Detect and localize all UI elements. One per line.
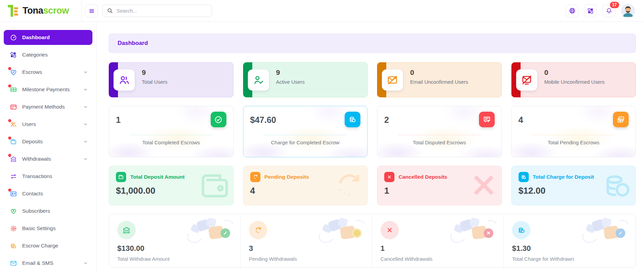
apps-button[interactable] [584,4,597,17]
divider [264,135,347,135]
chat-flash-icon [479,112,495,127]
sidebar: Dashboard Categories Escrows Milestone P… [0,22,96,274]
stat-label: Active Users [276,79,368,85]
sidebar-item-label: Payment Methods [22,104,78,110]
notification-dot [8,84,11,87]
stat-label: Total Disputed Escrows [384,140,495,145]
brand-logo[interactable]: Tonascrow [0,0,82,21]
stat-card-mobile-unconfirmed: 0 Mobile Unconfirmed Users [511,62,636,97]
sidebar-item-withdrawals[interactable]: Withdrawals [4,151,92,166]
sidebar-item-dashboard[interactable]: Dashboard [4,30,92,45]
sidebar-item-email-sms[interactable]: Email & SMS [4,256,92,271]
stat-card-total-charge-deposit: Total Charge for Deposit $12.00 [511,166,636,205]
stat-title: Total Charge for Deposit [533,174,594,180]
gear-icon [10,225,17,232]
stat-card-charge-completed-escrow: $47.60 Charge for Completed Escrow [243,106,368,157]
sidebar-item-basic-settings[interactable]: Basic Settings [4,221,92,236]
divider [130,135,213,135]
cards-stack-icon [613,112,629,127]
sidebar-item-contacts[interactable]: Contacts [4,186,92,201]
credit-card-icon [10,103,17,111]
stat-label: Charge for Completed Escrow [250,140,361,145]
stats-row-2: 1 Total Completed Escrows $47.60 Charge … [109,106,636,157]
stat-label: Cancelled Withdrawals [380,256,495,262]
coins-icon [512,221,530,239]
sidebar-item-subscribers[interactable]: Subscribers [4,204,92,219]
search-input[interactable] [117,8,208,14]
sidebar-item-label: Dashboard [22,34,88,41]
stat-value: $12.00 [519,186,629,196]
sidebar-item-escrow-charge[interactable]: Escrow Charge [4,238,92,253]
stat-card-cancelled-deposits: Cancelled Deposits 1 [377,166,502,205]
sidebar-item-transactions[interactable]: Transactions [4,169,92,184]
stat-label: Total Completed Escrows [116,140,226,145]
stat-value: 9 [142,68,233,77]
sidebar-item-deposits[interactable]: Deposits [4,134,92,149]
sidebar-item-label: Users [22,121,78,127]
email-slash-icon [382,69,403,91]
bank-icon [117,221,136,239]
stat-value: 4 [519,115,523,125]
user-check-icon [248,69,269,91]
stat-card-email-unconfirmed: 0 Email Unconfirmed Users [377,62,502,97]
divider [532,135,615,135]
stat-card-pending-deposits: Pending Deposits 4 [243,166,368,205]
sidebar-item-categories[interactable]: Categories [4,47,92,62]
menu-toggle-button[interactable] [85,4,98,17]
coins-icon [10,242,17,249]
id-card-icon [10,190,17,197]
sidebar-item-escrows[interactable]: Escrows [4,65,92,80]
stat-title: Cancelled Deposits [399,174,447,180]
chevron-down-icon [84,105,88,109]
hand-money-illustration [321,220,366,244]
apps-grid-icon [587,7,594,14]
sidebar-item-label: Transactions [22,173,88,179]
divider [398,135,481,135]
hand-money-illustration: ✓ [190,220,235,244]
refresh-icon [249,221,267,239]
stat-label: Total Charge for Withdrawn [512,256,627,262]
chevron-down-icon [84,122,88,126]
search-box [102,4,212,17]
coins-icon [345,112,360,127]
envelope-icon [10,259,17,267]
stats-row-1: 9 Total Users 9 Active Users [109,62,636,97]
stat-label: Mobile Unconfirmed Users [544,79,636,85]
search-icon [107,7,113,14]
stat-col-pending-withdrawals: 3 Pending Withdrawals [241,214,372,269]
sidebar-item-milestone-payments[interactable]: Milestone Payments [4,82,92,97]
stat-value: 1 [116,115,121,125]
stat-card-pending-escrows: 4 Total Pending Escrows [511,106,636,157]
notification-dot [8,154,11,157]
notification-dot [8,119,11,122]
chevron-down-icon [84,261,88,265]
banknote-icon [10,86,17,93]
stat-card-completed-escrows: 1 Total Completed Escrows [109,106,234,157]
users-icon [10,120,17,128]
sidebar-item-label: Categories [22,52,88,58]
avatar-image [621,4,635,18]
sidebar-item-label: Subscribers [22,208,88,214]
stat-label: Pending Withdrawals [249,256,364,262]
chevron-down-icon [84,70,88,74]
stat-card-total-deposit: Total Deposit Amount $1,000.00 [109,166,234,205]
sidebar-item-users[interactable]: Users [4,117,92,132]
language-button[interactable] [566,4,579,17]
notifications-button[interactable]: 17 [602,4,615,17]
message-slash-icon [516,69,537,91]
chevron-down-icon [84,140,88,144]
hand-money-illustration: ✕ [453,220,498,244]
sidebar-item-label: Email & SMS [22,260,78,266]
user-avatar[interactable] [621,4,635,18]
sidebar-item-payment-methods[interactable]: Payment Methods [4,99,92,114]
menu-icon [88,7,95,14]
topbar: Tonascrow 17 [0,0,644,22]
brand-name: Tonascrow [23,5,69,16]
page-title: Dashboard [118,40,148,47]
stat-title: Pending Deposits [265,174,309,180]
hand-money-illustration: ✓ [585,220,630,244]
dashboard-gauge-icon [10,34,17,41]
stat-card-disputed-escrows: 2 Total Disputed Escrows [377,106,502,157]
stat-value: $1.30 [512,244,627,253]
stat-value: 0 [410,68,501,77]
